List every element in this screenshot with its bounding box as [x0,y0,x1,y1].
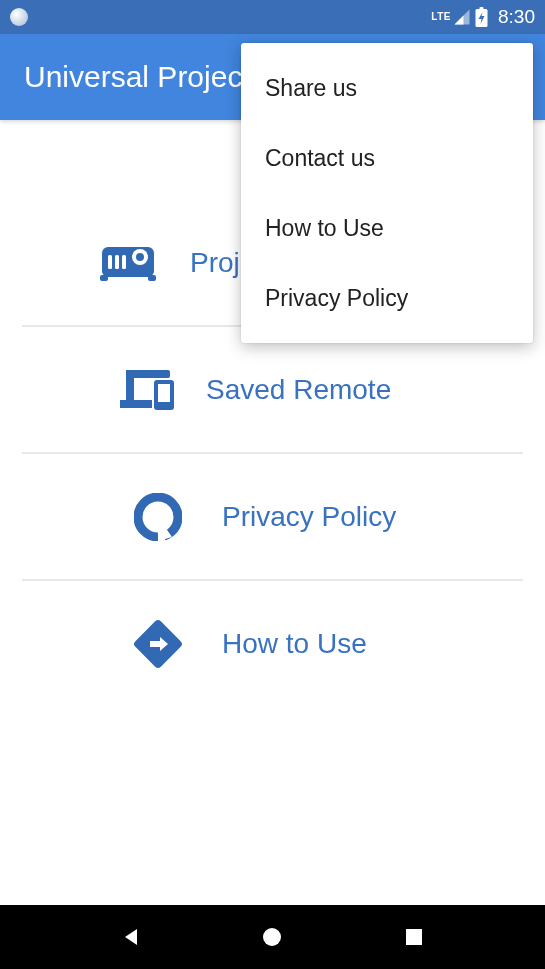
overflow-label: Privacy Policy [265,285,408,312]
overflow-share-us[interactable]: Share us [241,53,533,123]
overflow-how-to-use[interactable]: How to Use [241,193,533,263]
svg-rect-9 [122,255,126,269]
navigation-bar [0,905,545,969]
projector-icon [100,243,156,283]
menu-saved-remote[interactable]: Saved Remote [0,327,545,452]
svg-rect-18 [406,929,422,945]
overflow-menu: Share us Contact us How to Use Privacy P… [241,43,533,343]
status-left [10,8,28,26]
overflow-label: Contact us [265,145,375,172]
svg-rect-3 [100,275,108,281]
nav-back-button[interactable] [101,907,161,967]
menu-label: Privacy Policy [222,501,396,533]
overflow-label: How to Use [265,215,384,242]
overflow-privacy-policy[interactable]: Privacy Policy [241,263,533,333]
home-icon [260,925,284,949]
overflow-label: Share us [265,75,357,102]
assistant-orb-icon [10,8,28,26]
app-title: Universal Projec [24,60,242,94]
svg-rect-1 [480,7,484,10]
devices-icon [120,368,176,412]
menu-label: Saved Remote [206,374,391,406]
svg-point-6 [136,253,144,261]
clock-label: 8:30 [498,6,535,28]
status-bar: LTE 8:30 [0,0,545,34]
svg-rect-8 [115,255,119,269]
signal-icon [453,8,471,26]
svg-rect-14 [158,384,170,402]
menu-how-to-use[interactable]: How to Use [0,581,545,706]
svg-rect-4 [148,275,156,281]
status-right: LTE 8:30 [431,6,535,28]
svg-rect-12 [120,400,152,408]
nav-home-button[interactable] [242,907,302,967]
nav-recent-button[interactable] [384,907,444,967]
menu-privacy-policy[interactable]: Privacy Policy [0,454,545,579]
overflow-contact-us[interactable]: Contact us [241,123,533,193]
directions-icon [130,618,186,670]
svg-rect-7 [108,255,112,269]
recent-icon [403,926,425,948]
back-icon [119,925,143,949]
svg-rect-11 [126,370,134,402]
network-label: LTE [431,12,451,22]
battery-charging-icon [475,7,488,27]
menu-label: How to Use [222,628,367,660]
svg-point-17 [263,928,281,946]
ring-icon [130,493,186,541]
